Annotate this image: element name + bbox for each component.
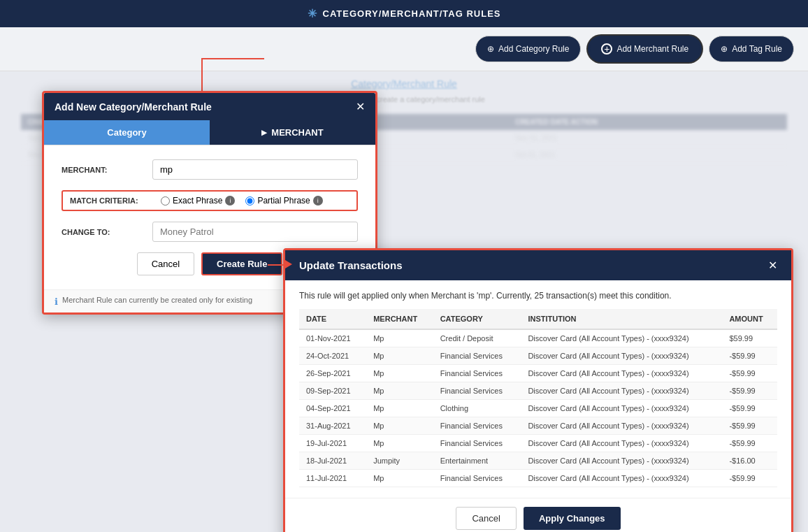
table-cell: 26-Sep-2021 (299, 365, 366, 382)
table-cell: 09-Sep-2021 (299, 382, 366, 400)
table-cell: Mp (366, 400, 433, 417)
add-merchant-rule-button[interactable]: + Add Merchant Rule (588, 36, 702, 62)
merchant-label: MERCHANT: (62, 166, 152, 174)
merchant-row: MERCHANT: (62, 159, 358, 180)
table-cell: Mp (366, 365, 433, 382)
table-cell: Mp (366, 347, 433, 365)
table-cell: Jumpity (366, 452, 433, 470)
table-cell: Financial Services (433, 470, 521, 487)
col-category: CATEGORY (433, 309, 521, 329)
table-cell: Mp (366, 329, 433, 347)
table-row: 31-Aug-2021MpFinancial ServicesDiscover … (299, 417, 777, 435)
partial-phrase-option[interactable]: Partial Phrase i (245, 196, 322, 206)
toolbar: ⊕ Add Category Rule + Add Merchant Rule … (0, 27, 808, 71)
modal-large-header: Update Transactions ✕ (285, 250, 791, 280)
update-description: This rule will get applied only when Mer… (299, 291, 777, 301)
table-cell: -$59.99 (722, 382, 777, 400)
col-merchant: MERCHANT (366, 309, 433, 329)
match-criteria-row: MATCH CRITERIA: Exact Phrase i Partial P… (62, 190, 358, 211)
table-cell: Discover Card (All Account Types) - (xxx… (521, 365, 722, 382)
radio-group: Exact Phrase i Partial Phrase i (161, 196, 323, 206)
tab-merchant[interactable]: ▶ MERCHANT (210, 120, 375, 145)
table-cell: Financial Services (433, 435, 521, 452)
table-cell: Financial Services (433, 365, 521, 382)
bg-row2-col3: Oct 01, 2021 (508, 147, 787, 164)
modal-small-close-button[interactable]: ✕ (356, 100, 365, 113)
table-row: 09-Sep-2021MpFinancial ServicesDiscover … (299, 382, 777, 400)
modal-large-close-button[interactable]: ✕ (768, 259, 777, 272)
table-cell: Financial Services (433, 347, 521, 365)
exact-info-icon[interactable]: i (225, 196, 235, 206)
modal-large-footer: Cancel Apply Changes (285, 498, 791, 532)
table-cell: 24-Oct-2021 (299, 347, 366, 365)
merchant-input[interactable] (152, 159, 358, 180)
table-header-row: DATE MERCHANT CATEGORY INSTITUTION AMOUN… (299, 309, 777, 329)
table-cell: 19-Jul-2021 (299, 435, 366, 452)
modal-small-header: Add New Category/Merchant Rule ✕ (44, 93, 375, 120)
table-row: 04-Sep-2021MpClothingDiscover Card (All … (299, 400, 777, 417)
arrow-create-head (285, 260, 292, 268)
modal-large-title: Update Transactions (299, 259, 403, 271)
exact-phrase-option[interactable]: Exact Phrase i (161, 196, 235, 206)
modal-large-body: This rule will get applied only when Mer… (285, 280, 791, 498)
table-cell: 31-Aug-2021 (299, 417, 366, 435)
col-amount: AMOUNT (722, 309, 777, 329)
tab-category[interactable]: Category (44, 120, 210, 145)
table-cell: Discover Card (All Account Types) - (xxx… (521, 400, 722, 417)
table-cell: -$59.99 (722, 470, 777, 487)
cancel-button[interactable]: Cancel (137, 252, 194, 275)
col-date: DATE (299, 309, 366, 329)
table-cell: Mp (366, 382, 433, 400)
table-row: 26-Sep-2021MpFinancial ServicesDiscover … (299, 365, 777, 382)
update-transactions-modal: Update Transactions ✕ This rule will get… (283, 248, 793, 532)
table-cell: -$59.99 (722, 417, 777, 435)
update-cancel-button[interactable]: Cancel (456, 507, 516, 530)
add-tag-rule-button[interactable]: ⊕ Add Tag Rule (709, 36, 794, 62)
apply-changes-button[interactable]: Apply Changes (524, 507, 621, 530)
table-cell: Discover Card (All Account Types) - (xxx… (521, 417, 722, 435)
table-cell: 01-Nov-2021 (299, 329, 366, 347)
table-cell: Mp (366, 417, 433, 435)
modal-tabs: Category ▶ MERCHANT (44, 120, 375, 145)
table-cell: Clothing (433, 400, 521, 417)
table-cell: Discover Card (All Account Types) - (xxx… (521, 382, 722, 400)
table-cell: $59.99 (722, 329, 777, 347)
table-cell: Discover Card (All Account Types) - (xxx… (521, 329, 722, 347)
exact-phrase-radio[interactable] (161, 196, 170, 206)
info-note-icon: ℹ (55, 296, 58, 307)
add-category-rule-button[interactable]: ⊕ Add Category Rule (475, 36, 581, 62)
table-cell: -$59.99 (722, 365, 777, 382)
table-cell: 18-Jul-2021 (299, 452, 366, 470)
bg-section-title: Category/Merchant Rule (21, 78, 787, 89)
modal-small-title: Add New Category/Merchant Rule (55, 101, 212, 113)
table-cell: -$59.99 (722, 400, 777, 417)
table-cell: Entertainment (433, 452, 521, 470)
bg-row1-col3: Nov 01, 2021 (508, 130, 787, 147)
partial-phrase-radio[interactable] (245, 196, 254, 206)
table-row: 18-Jul-2021JumpityEntertainmentDiscover … (299, 452, 777, 470)
transactions-table: DATE MERCHANT CATEGORY INSTITUTION AMOUN… (299, 309, 777, 487)
bg-col-created-date: CREATED DATE ACTION (508, 114, 787, 130)
table-cell: -$59.99 (722, 347, 777, 365)
category-plus-icon: ⊕ (487, 44, 494, 54)
table-cell: 04-Sep-2021 (299, 400, 366, 417)
table-row: 19-Jul-2021MpFinancial ServicesDiscover … (299, 435, 777, 452)
table-cell: Discover Card (All Account Types) - (xxx… (521, 435, 722, 452)
table-row: 11-Jul-2021MpFinancial ServicesDiscover … (299, 470, 777, 487)
col-institution: INSTITUTION (521, 309, 722, 329)
partial-info-icon[interactable]: i (313, 196, 323, 206)
table-cell: Discover Card (All Account Types) - (xxx… (521, 470, 722, 487)
table-row: 24-Oct-2021MpFinancial ServicesDiscover … (299, 347, 777, 365)
merchant-plus-icon: + (601, 43, 612, 55)
change-to-input[interactable] (152, 222, 358, 242)
page-header: ✳ CATEGORY/MERCHANT/TAG RULES (0, 0, 808, 27)
table-cell: Financial Services (433, 417, 521, 435)
match-criteria-label: MATCH CRITERIA: (70, 196, 161, 205)
page-title: CATEGORY/MERCHANT/TAG RULES (323, 8, 501, 19)
table-cell: Financial Services (433, 382, 521, 400)
table-cell: -$16.00 (722, 452, 777, 470)
table-cell: Mp (366, 435, 433, 452)
table-cell: Discover Card (All Account Types) - (xxx… (521, 452, 722, 470)
table-cell: Discover Card (All Account Types) - (xxx… (521, 347, 722, 365)
table-row: 01-Nov-2021MpCredit / DepositDiscover Ca… (299, 329, 777, 347)
